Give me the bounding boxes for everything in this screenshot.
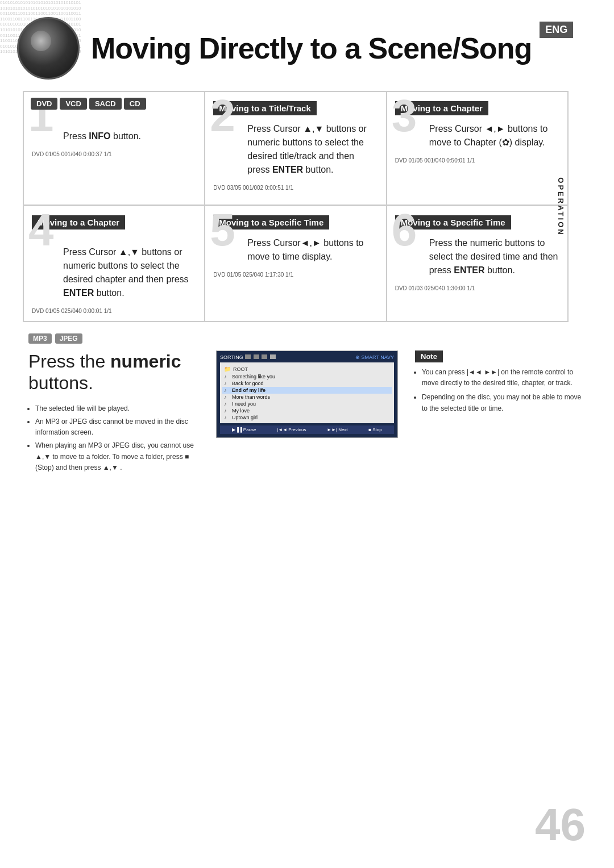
- mp3-badge: MP3: [28, 333, 52, 344]
- step-1-text: Press INFO button.: [63, 130, 196, 143]
- step-6-content: Press the numeric buttons to select the …: [395, 234, 559, 277]
- step-5-content: Press Cursor◄,► buttons to move to time …: [213, 234, 377, 264]
- note-column: Note You can press |◄◄ ►►| on the remote…: [409, 333, 591, 418]
- sorting-label: SORTING: [220, 354, 276, 360]
- mp3-bullet-1: The selected file will be played.: [35, 403, 199, 414]
- screen-list-item: ♪ Uptown girl: [222, 414, 392, 421]
- disc-badge-vcd: VCD: [60, 98, 86, 110]
- mp3-bullet-3: When playing an MP3 or JPEG disc, you ca…: [35, 440, 199, 473]
- step-6-text: Press the numeric buttons to select the …: [429, 236, 559, 277]
- page-header: 01010101010101010101010101010101 1010101…: [0, 0, 614, 85]
- previous-btn: |◄◄ Previous: [277, 427, 306, 432]
- step-4-text: Press Cursor ▲,▼ buttons or numeric butt…: [63, 245, 196, 300]
- step-1-cell: DVD VCD SACD CD 1 Press INFO button. DVD…: [23, 91, 205, 205]
- jpeg-badge: JPEG: [55, 333, 82, 344]
- steps-grid-row1: DVD VCD SACD CD 1 Press INFO button. DVD…: [23, 91, 569, 206]
- screen-list-item: ♪ I need you: [222, 400, 392, 407]
- main-content: DVD VCD SACD CD 1 Press INFO button. DVD…: [0, 85, 614, 493]
- disc-badge-cd: CD: [124, 98, 146, 110]
- step-2-cell: Moving to a Title/Track 2 Press Cursor ▲…: [205, 91, 386, 205]
- mp3-bullet-2: An MP3 or JPEG disc cannot be moved in t…: [35, 416, 199, 438]
- note-bullets-list: You can press |◄◄ ►►| on the remote cont…: [415, 367, 586, 414]
- screen-list-item: ♪ More than words: [222, 394, 392, 400]
- next-btn: ►►| Next: [327, 427, 348, 432]
- mp3-title: Press the numeric buttons.: [28, 350, 199, 394]
- disc-badge-dvd: DVD: [31, 98, 57, 110]
- step-5-text: Press Cursor◄,► buttons to move to time …: [247, 236, 377, 264]
- steps-grid-row2: Moving to a Chapter 4 Press Cursor ▲,▼ b…: [23, 206, 569, 322]
- screen-list-item-selected: ♪ End of my life: [222, 387, 392, 394]
- step-2-content: Press Cursor ▲,▼ buttons or numeric butt…: [213, 120, 377, 177]
- disc-badge-sacd: SACD: [89, 98, 122, 110]
- eng-badge: ENG: [540, 22, 573, 38]
- page-number: 46: [535, 799, 586, 851]
- screen-file-list: 📁 ROOT ♪ Something like you ♪ Back for g…: [220, 362, 394, 423]
- step-4-content: Press Cursor ▲,▼ buttons or numeric butt…: [32, 234, 196, 300]
- mp3-left-column: MP3 JPEG Press the numeric buttons. The …: [23, 333, 205, 475]
- disc-badges: DVD VCD SACD CD: [31, 98, 146, 110]
- step-2-text: Press Cursor ▲,▼ buttons or numeric butt…: [247, 122, 377, 177]
- pause-btn: ▶▐▐ Pause: [232, 427, 256, 432]
- speaker-logo: [17, 17, 80, 80]
- mp3-section: MP3 JPEG Press the numeric buttons. The …: [23, 333, 591, 475]
- step-3-content: Press Cursor ◄,► buttons to move to Chap…: [395, 120, 559, 149]
- screen-list-item: ♪ My love: [222, 407, 392, 414]
- step-2-status: DVD 03/05 001/002 0:00:51 1/1: [213, 185, 377, 191]
- note-header: Note: [415, 350, 443, 362]
- screen-footer: ▶▐▐ Pause |◄◄ Previous ►►| Next ■ Stop: [220, 425, 394, 434]
- screen-root-item: 📁 ROOT: [222, 365, 392, 373]
- step-1-status: DVD 01/05 001/040 0:00:37 1/1: [32, 151, 196, 157]
- step-5-status: DVD 01/05 025/040 1:17:30 1/1: [213, 272, 377, 278]
- step-4-status: DVD 01/05 025/040 0:00:01 1/1: [32, 308, 196, 314]
- note-bullet-1: You can press |◄◄ ►►| on the remote cont…: [422, 367, 586, 389]
- operation-label: OPERATION: [557, 177, 565, 236]
- steps-wrapper-top: DVD VCD SACD CD 1 Press INFO button. DVD…: [23, 91, 569, 322]
- step-5-cell: Moving to a Specific Time 5 Press Cursor…: [205, 206, 386, 322]
- screen-list-item: ♪ Something like you: [222, 373, 392, 380]
- screen-mockup: SORTING ⊕ SMART NAVY 📁 ROOT ♪ Something …: [216, 350, 398, 438]
- mp3-badges: MP3 JPEG: [28, 333, 199, 344]
- mp3-bullets-list: The selected file will be played. An MP3…: [28, 403, 199, 473]
- screen-mockup-column: SORTING ⊕ SMART NAVY 📁 ROOT ♪ Something …: [216, 333, 398, 438]
- stop-btn: ■ Stop: [368, 427, 382, 432]
- screen-list-item: ♪ Back for good: [222, 380, 392, 387]
- smart-navy-label: ⊕ SMART NAVY: [355, 354, 394, 360]
- step-3-cell: Moving to a Chapter 3 Press Cursor ◄,► b…: [387, 91, 568, 205]
- step-6-cell: Moving to a Specific Time 6 Press the nu…: [387, 206, 568, 322]
- step-3-status: DVD 01/05 001/040 0:50:01 1/1: [395, 157, 559, 164]
- step-3-text: Press Cursor ◄,► buttons to move to Chap…: [429, 122, 559, 149]
- page-title: Moving Directly to a Scene/Song: [91, 31, 532, 65]
- screen-header: SORTING ⊕ SMART NAVY: [220, 354, 394, 360]
- note-bullet-2: Depending on the disc, you may not be ab…: [422, 392, 586, 414]
- step-4-cell: Moving to a Chapter 4 Press Cursor ▲,▼ b…: [23, 206, 205, 322]
- step-6-status: DVD 01/03 025/040 1:30:00 1/1: [395, 285, 559, 291]
